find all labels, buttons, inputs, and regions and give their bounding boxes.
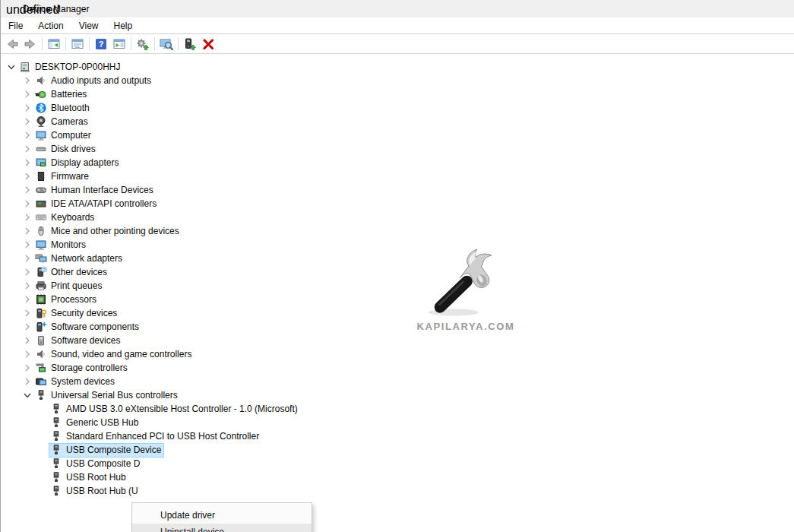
tree-row[interactable]: DESKTOP-0P00HHJ [1,60,794,74]
tree-row[interactable]: Bluetooth [1,101,794,115]
tree-row[interactable]: USB Root Hub [1,470,794,484]
chevron-right-icon[interactable] [21,170,33,182]
security-device-icon [35,307,47,319]
tree-row-body: DESKTOP-0P00HHJ [17,60,123,74]
tree-row-label: AMD USB 3.0 eXtensible Host Controller -… [65,404,298,414]
tree-row-label: IDE ATA/ATAPI controllers [50,198,157,209]
help-button[interactable]: ? [92,36,110,52]
tree-row-label: Bluetooth [50,103,90,113]
menu-help[interactable]: Help [106,18,141,33]
tree-row[interactable]: Disk drives [1,142,794,156]
monitor-icon [35,129,47,141]
chevron-right-icon[interactable] [21,293,33,306]
tree-row[interactable]: Storage controllers [1,361,794,375]
tree-row[interactable]: Generic USB Hub [1,416,794,429]
tree-row[interactable]: Human Interface Devices [1,183,794,197]
tree-row-body: IDE ATA/ATAPI controllers [33,197,160,211]
show-hide-console-tree-button[interactable] [45,36,63,52]
tree-row[interactable]: Universal Serial Bus controllers [1,388,794,402]
tree-row[interactable]: USB Composite Device [1,443,794,457]
chevron-right-icon[interactable] [21,239,33,251]
properties-button[interactable] [68,36,87,52]
chevron-right-icon[interactable] [21,321,33,333]
context-menu-item-update-driver[interactable]: Update driver [132,507,312,524]
tree-row[interactable]: Monitors [1,238,794,252]
tree-row[interactable]: Batteries [1,87,794,101]
window-title: Device Manager [23,4,89,14]
tree-row[interactable]: System devices [1,375,794,388]
tree-row-label: Standard Enhanced PCI to USB Host Contro… [65,431,259,442]
tree-row[interactable]: USB Composite D [1,457,794,470]
tree-row[interactable]: Mice and other pointing devices [1,224,794,238]
tree-row-body: AMD USB 3.0 eXtensible Host Controller -… [49,402,301,416]
enable-device-button[interactable] [181,36,199,52]
chevron-right-icon[interactable] [21,116,33,128]
chevron-right-icon[interactable] [21,102,33,114]
tree-row-body: Firmware [33,169,92,184]
tree-row-label: Batteries [50,89,87,100]
tree-row[interactable]: Software devices [1,334,794,347]
chevron-right-icon[interactable] [21,362,33,374]
title-bar: undefined Device Manager [1,0,794,17]
network-adapter-icon [35,252,47,264]
tree-row[interactable]: AMD USB 3.0 eXtensible Host Controller -… [1,402,794,416]
tree-row-label: Other devices [50,267,107,277]
tree-row[interactable]: IDE ATA/ATAPI controllers [1,197,794,211]
tree-row[interactable]: Standard Enhanced PCI to USB Host Contro… [1,429,794,443]
tree-row[interactable]: Cameras [1,115,794,128]
tree-row[interactable]: Sound, video and game controllers [1,347,794,361]
tree-row[interactable]: Keyboards [1,211,794,224]
chevron-right-icon[interactable] [21,88,33,100]
chevron-right-icon[interactable] [21,375,33,388]
chevron-right-icon[interactable] [21,211,33,223]
chevron-right-icon[interactable] [21,143,33,155]
tree-row-label: Print queues [50,280,102,291]
display-adapter-icon [35,157,47,169]
chevron-down-icon[interactable] [21,389,33,401]
tree-row[interactable]: Print queues [1,279,794,293]
tree-row[interactable]: Display adapters [1,156,794,169]
chevron-right-icon[interactable] [21,74,33,87]
usb-icon [50,458,62,470]
tree-row[interactable]: USB Root Hub (U [1,484,794,498]
tree-row[interactable]: Network adapters [1,252,794,265]
tree-row[interactable]: Processors [1,293,794,306]
menu-action[interactable]: Action [30,18,71,33]
chevron-right-icon[interactable] [21,157,33,169]
tree-row[interactable]: Computer [1,128,794,142]
back-button[interactable] [3,36,21,52]
chevron-right-icon[interactable] [21,252,33,264]
update-driver-icon [136,37,150,51]
chevron-right-icon[interactable] [21,198,33,210]
help-icon: ? [94,37,108,51]
tree-row[interactable]: Security devices [1,306,794,320]
chevron-right-icon[interactable] [21,348,33,360]
properties-icon [71,37,84,51]
tree-row[interactable]: Audio inputs and outputs [1,74,794,87]
action-pane-button[interactable] [110,36,128,52]
chevron-right-icon[interactable] [21,266,33,278]
menu-file[interactable]: File [1,18,30,33]
forward-button[interactable] [21,36,40,52]
arrow-left-icon [5,37,19,51]
chevron-right-icon[interactable] [21,225,33,237]
context-menu-item-uninstall-device[interactable]: Uninstall device [132,524,312,532]
usb-icon [35,389,47,401]
scan-hardware-changes-button[interactable] [157,36,176,52]
chevron-down-icon[interactable] [5,61,17,73]
chevron-right-icon[interactable] [21,307,33,319]
tree-row-label: Cameras [50,116,88,127]
tree-row[interactable]: ?Other devices [1,265,794,279]
menu-view[interactable]: View [71,18,106,33]
tree-row-body: ?Other devices [33,265,110,280]
uninstall-device-button[interactable] [199,36,217,52]
chevron-right-icon[interactable] [21,129,33,141]
tree-row[interactable]: Firmware [1,169,794,183]
chevron-right-icon[interactable] [21,280,33,292]
device-tree: DESKTOP-0P00HHJAudio inputs and outputsB… [1,54,794,498]
tree-row-label: Processors [50,294,96,305]
tree-row[interactable]: Software components [1,320,794,334]
chevron-right-icon[interactable] [21,184,33,196]
chevron-right-icon[interactable] [21,334,33,347]
update-driver-button[interactable] [134,36,152,52]
